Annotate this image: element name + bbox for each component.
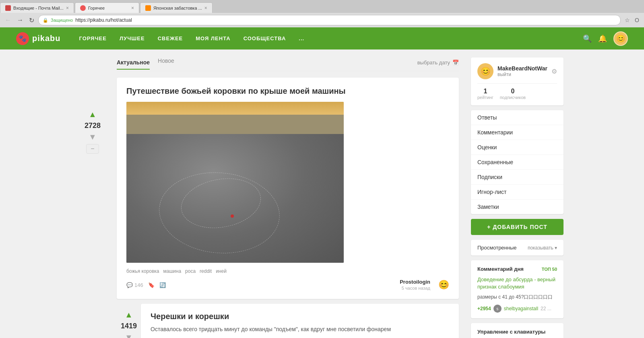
logout-link[interactable]: выйти: [497, 72, 547, 77]
share-button-1[interactable]: 🔄: [159, 282, 166, 288]
url-display: https://pikabu.ru/hot/actual: [75, 17, 616, 23]
downvote-button-2[interactable]: ▼: [125, 333, 133, 338]
user-avatar-header[interactable]: 😊: [613, 31, 628, 46]
tag-reddit[interactable]: reddit: [200, 268, 212, 274]
author-emoji-1: 😊: [438, 280, 449, 290]
tag-dew[interactable]: роса: [185, 268, 196, 274]
nav-hot[interactable]: ГОРЯЧЕЕ: [72, 27, 113, 49]
sidebar-item-subscriptions[interactable]: Подписки: [471, 170, 564, 185]
tag-car[interactable]: машина: [163, 268, 182, 274]
author-name-1: Prostoilogin: [400, 279, 430, 285]
nav-best[interactable]: ЛУЧШЕЕ: [113, 27, 151, 49]
calendar-icon: 📅: [452, 60, 459, 66]
back-button[interactable]: ←: [3, 16, 13, 25]
minus-button-1[interactable]: −: [86, 144, 99, 154]
comment-author-name[interactable]: shelbyagainstall: [504, 306, 538, 311]
save-button-1[interactable]: 🔖: [148, 282, 155, 288]
browser-tab-bar: Входящие - Почта Mail... × Горячее × Япо…: [0, 0, 644, 13]
site-header: 🐾 pikabu ГОРЯЧЕЕ ЛУЧШЕЕ СВЕЖЕЕ МОЯ ЛЕНТА…: [0, 27, 644, 49]
comment-score: +2954: [477, 306, 491, 311]
close-tab-strike[interactable]: ×: [204, 5, 207, 11]
strike-favicon: [145, 5, 151, 11]
content-area: Актуальное Новое выбрать дату 📅 Путешест…: [117, 58, 459, 338]
sidebar-item-ignore[interactable]: Игнор-лист: [471, 185, 564, 200]
browser-tab-strike[interactable]: Японская забастовка ... ×: [140, 2, 213, 13]
author-time-1: 5 часов назад: [402, 286, 430, 291]
upvote-button-2[interactable]: ▲: [125, 310, 133, 319]
bookmark-icon-1: 🔖: [148, 282, 155, 288]
tag-ladybug[interactable]: божья коровка: [126, 268, 159, 274]
comments-count-1: 146: [134, 282, 143, 288]
forward-button[interactable]: →: [15, 16, 25, 25]
notifications-button[interactable]: 🔔: [598, 34, 607, 43]
browser-tab-mail[interactable]: Входящие - Почта Mail... ×: [0, 2, 74, 13]
sidebar-item-notes[interactable]: Заметки: [471, 200, 564, 214]
sidebar-item-ratings[interactable]: Оценки: [471, 140, 564, 155]
logo-icon: 🐾: [16, 32, 29, 45]
upvote-button-1[interactable]: ▲: [89, 110, 97, 119]
user-stat-subscribers: 0 подписчиков: [500, 88, 526, 100]
subscribers-label: подписчиков: [500, 95, 526, 100]
user-header: 😊 MakeBeardNotWar выйти ⚙: [477, 63, 557, 79]
rating-label: рейтинг: [477, 95, 493, 100]
nav-my-feed[interactable]: МОЯ ЛЕНТА: [189, 27, 237, 49]
logo[interactable]: 🐾 pikabu: [16, 32, 60, 45]
comment-meta: +2954 s shelbyagainstall 22 ...: [477, 305, 557, 313]
browser-tab-hot[interactable]: Горячее ×: [75, 2, 139, 13]
right-sidebar: 😊 MakeBeardNotWar выйти ⚙ 1 рейтинг 0 по…: [471, 58, 564, 338]
user-panel: 😊 MakeBeardNotWar выйти ⚙ 1 рейтинг 0 по…: [471, 58, 564, 105]
bookmark-btn[interactable]: ☆: [623, 16, 632, 24]
tag-frost[interactable]: иней: [216, 268, 227, 274]
nav-more[interactable]: ...: [292, 27, 311, 49]
sidebar-item-answers[interactable]: Ответы: [471, 110, 564, 125]
close-tab-mail[interactable]: ×: [66, 5, 69, 11]
post-text-preview-2: Оставалось всего тридцать минут до коман…: [151, 325, 449, 334]
logo-text: pikabu: [32, 34, 60, 43]
page-content: 🐾 pikabu ГОРЯЧЕЕ ЛУЧШЕЕ СВЕЖЕЕ МОЯ ЛЕНТА…: [0, 27, 644, 338]
subscribers-value: 0: [511, 88, 514, 95]
keyboard-section: Управление с клавиатуры Q W E R: [471, 323, 564, 338]
viewed-section: Просмотренные показывать ▾: [471, 240, 564, 256]
comment-day-link[interactable]: Доведение до абсурда - верный признак сл…: [477, 276, 557, 291]
content-tabs: Актуальное Новое выбрать дату 📅: [117, 58, 459, 71]
nav-communities[interactable]: СООБЩЕСТВА: [237, 27, 293, 49]
vote-count-1: 2728: [85, 122, 101, 130]
comment-day-header: Комментарий дня ТОП 50: [477, 266, 557, 272]
downvote-button-1[interactable]: ▼: [89, 132, 97, 142]
sidebar-item-comments[interactable]: Комментарии: [471, 125, 564, 140]
post-title-1[interactable]: Путешествие божьей коровки по крыше моей…: [126, 86, 449, 96]
post-card-1: Путешествие божьей коровки по крыше моей…: [117, 78, 459, 299]
hot-favicon: [80, 5, 86, 11]
tab-label-strike: Японская забастовка ...: [153, 6, 202, 10]
nav-fresh[interactable]: СВЕЖЕЕ: [151, 27, 190, 49]
add-post-button[interactable]: + ДОБАВИТЬ ПОСТ: [471, 219, 564, 235]
tab-new[interactable]: Новое: [158, 58, 174, 67]
comment-day-title: Комментарий дня: [477, 266, 524, 272]
user-stats: 1 рейтинг 0 подписчиков: [477, 83, 557, 100]
post-title-2[interactable]: Черешки и корешки: [151, 312, 449, 321]
vote-sidebar-2: ▲ 1419 ▼: [117, 304, 141, 338]
opera-btn[interactable]: O: [633, 16, 641, 24]
post-image-inner: [126, 102, 344, 263]
vote-count-2: 1419: [121, 322, 137, 330]
comment-author-time: 22 ...: [541, 306, 551, 311]
viewed-label: Просмотренные: [477, 245, 517, 251]
tab-label-mail: Входящие - Почта Mail...: [13, 6, 64, 10]
tab-actual[interactable]: Актуальное: [117, 59, 150, 70]
refresh-button[interactable]: ↻: [27, 16, 36, 25]
address-bar[interactable]: 🔒 Защищено https://pikabu.ru/hot/actual: [38, 15, 621, 25]
user-settings-button[interactable]: ⚙: [551, 68, 557, 75]
close-tab-hot[interactable]: ×: [131, 5, 134, 11]
search-button[interactable]: 🔍: [583, 34, 592, 43]
share-icon: 🔄: [159, 282, 166, 288]
comments-button-1[interactable]: 💬 146: [126, 282, 143, 288]
post-image-1: [126, 102, 344, 263]
post-tags-1: божья коровка машина роса reddit иней: [126, 268, 449, 274]
user-info: MakeBeardNotWar выйти: [497, 65, 547, 77]
sidebar-item-saved[interactable]: Сохраненные: [471, 155, 564, 170]
user-stat-rating: 1 рейтинг: [477, 88, 493, 100]
secure-text: Защищено: [51, 18, 73, 23]
viewed-show-button[interactable]: показывать ▾: [528, 245, 557, 251]
tab-label-hot: Горячее: [88, 6, 129, 10]
date-picker[interactable]: выбрать дату 📅: [417, 60, 459, 66]
